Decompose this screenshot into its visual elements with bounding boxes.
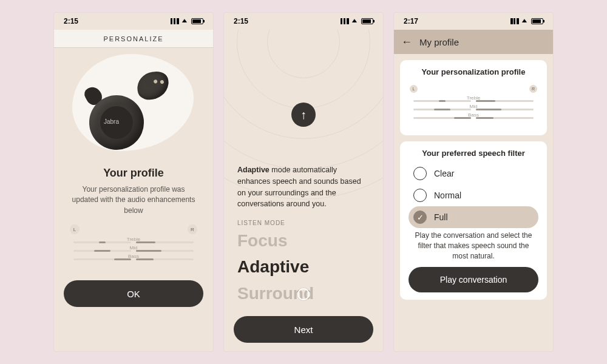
right-ear-badge: R bbox=[529, 85, 537, 93]
mode-description: Adaptive mode automatically enhances spe… bbox=[224, 127, 383, 210]
battery-icon bbox=[531, 18, 543, 24]
battery-icon bbox=[361, 18, 373, 24]
profile-subtitle: Your personalization profile was updated… bbox=[69, 184, 198, 216]
status-bar: 2:17 bbox=[394, 13, 553, 30]
battery-icon bbox=[191, 18, 203, 24]
equalizer: Treble Mid Bass bbox=[69, 238, 198, 269]
help-text: Play the conversation and select the fil… bbox=[409, 228, 538, 267]
mode-focus[interactable]: Focus bbox=[237, 228, 370, 254]
wifi-icon bbox=[351, 18, 359, 24]
page-title: My profile bbox=[419, 37, 459, 47]
equalizer: Treble Mid Bass bbox=[409, 96, 538, 128]
brand-label: Jabra bbox=[104, 118, 119, 125]
status-icons bbox=[171, 18, 203, 24]
filter-label: Full bbox=[434, 212, 448, 222]
speech-filter-card: Your preferred speech filter Clear Norma… bbox=[400, 141, 547, 300]
page-header: PERSONALIZE bbox=[54, 30, 213, 48]
left-ear-badge: L bbox=[410, 85, 418, 93]
status-time: 2:15 bbox=[64, 17, 78, 25]
right-ear-badge: R bbox=[188, 224, 197, 234]
listen-mode-label: LISTEN MODE bbox=[224, 210, 383, 226]
status-time: 2:17 bbox=[404, 17, 418, 25]
next-button[interactable]: Next bbox=[234, 316, 373, 343]
filter-label: Normal bbox=[434, 190, 461, 200]
status-icons bbox=[341, 18, 373, 24]
signal-icon bbox=[341, 18, 349, 24]
swipe-up-button[interactable]: ↑ bbox=[291, 103, 316, 127]
status-icons bbox=[510, 18, 543, 24]
profile-title: Your profile bbox=[69, 167, 198, 180]
wifi-icon bbox=[181, 18, 189, 24]
screen-listen-mode: 2:15 ↑ Adaptive mode automatically enhan… bbox=[224, 13, 383, 351]
check-icon: ✓ bbox=[413, 211, 427, 224]
status-time: 2:15 bbox=[234, 17, 248, 25]
ok-button[interactable]: OK bbox=[64, 280, 203, 307]
radio-icon bbox=[413, 189, 427, 202]
screen-personalize: 2:15 PERSONALIZE Jabra Your profile Your… bbox=[54, 13, 213, 351]
card-title: Your personalization profile bbox=[409, 67, 538, 76]
page-header: ← My profile bbox=[394, 30, 553, 54]
filter-label: Clear bbox=[434, 169, 454, 178]
mode-indicator-icon bbox=[297, 288, 310, 300]
filter-option-clear[interactable]: Clear bbox=[409, 163, 538, 184]
status-bar: 2:15 bbox=[54, 13, 213, 30]
filter-option-normal[interactable]: Normal bbox=[409, 184, 538, 206]
card-title: Your preferred speech filter bbox=[409, 149, 538, 158]
hero-image: Jabra bbox=[54, 48, 213, 163]
wifi-icon bbox=[521, 18, 529, 24]
signal-icon bbox=[171, 18, 179, 24]
arrow-up-icon: ↑ bbox=[300, 108, 307, 122]
back-arrow-icon[interactable]: ← bbox=[401, 36, 412, 49]
left-ear-badge: L bbox=[70, 224, 80, 234]
filter-option-full[interactable]: ✓ Full bbox=[409, 206, 538, 228]
radio-icon bbox=[413, 167, 427, 180]
mode-adaptive[interactable]: Adaptive bbox=[237, 254, 370, 280]
screen-my-profile: 2:17 ← My profile Your personalization p… bbox=[394, 13, 553, 351]
personalization-card: Your personalization profile L R Treble … bbox=[400, 60, 547, 135]
play-conversation-button[interactable]: Play conversation bbox=[409, 267, 538, 292]
signal-icon bbox=[510, 18, 519, 24]
status-bar: 2:15 bbox=[224, 13, 383, 30]
